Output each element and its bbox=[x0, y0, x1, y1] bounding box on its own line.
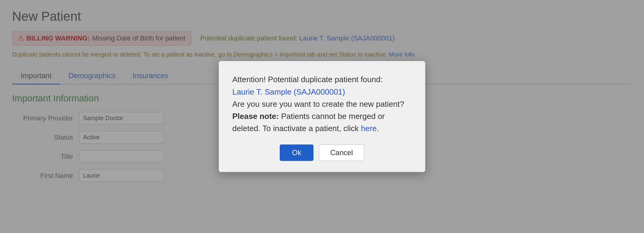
dialog-duplicate-link[interactable]: Laurie T. Sample (SAJA000001) bbox=[232, 86, 412, 98]
cancel-button[interactable]: Cancel bbox=[319, 144, 364, 161]
dialog-body: Attention! Potential duplicate patient f… bbox=[232, 73, 412, 134]
dialog-period: . bbox=[377, 124, 379, 133]
dialog-attention-text: Attention! Potential duplicate patient f… bbox=[232, 75, 383, 84]
dialog-actions: Ok Cancel bbox=[232, 144, 412, 161]
ok-button[interactable]: Ok bbox=[280, 144, 313, 161]
duplicate-dialog: Attention! Potential duplicate patient f… bbox=[219, 61, 425, 172]
modal-overlay: Attention! Potential duplicate patient f… bbox=[0, 0, 644, 233]
dialog-note-bold: Please note: bbox=[232, 112, 279, 121]
dialog-here-link[interactable]: here bbox=[361, 124, 377, 133]
dialog-confirm-text: Are you sure you want to create the new … bbox=[232, 99, 404, 109]
